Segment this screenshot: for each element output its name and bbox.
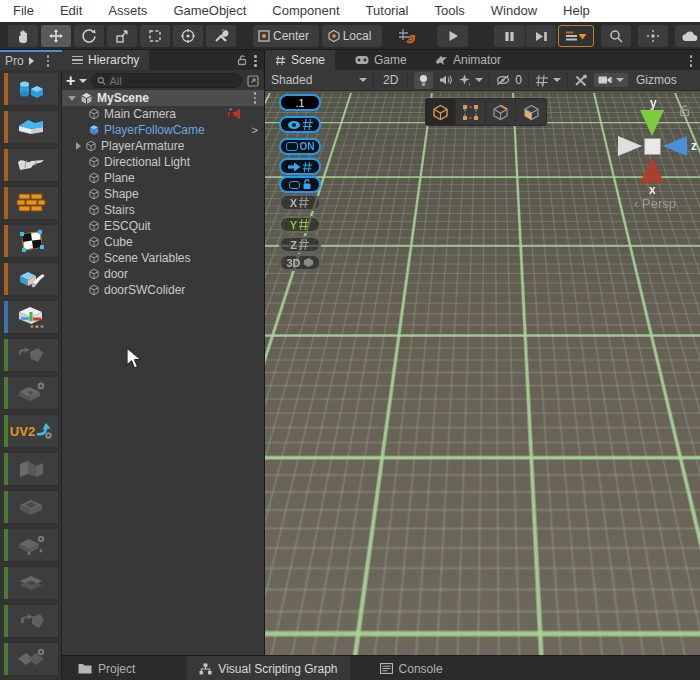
gizmo-lock-icon[interactable] [678,104,691,117]
probuilder-new-shape-button[interactable] [3,72,59,106]
camera-gizmo-icon[interactable] [227,108,242,120]
gizmo-center-cube[interactable] [644,138,661,155]
tab-game[interactable]: Game [345,50,417,70]
vertex-mode-button[interactable] [456,99,486,125]
progrids-snap-value-field[interactable]: .1 [279,94,321,111]
axis-z-cone[interactable] [663,136,687,156]
progrids-y-axis-button[interactable]: Y [279,216,321,233]
hierarchy-item-door[interactable]: door [62,266,264,282]
add-gameobject-button[interactable]: + [66,72,75,90]
progrids-lock-grid-button[interactable] [279,176,321,193]
tab-scene[interactable]: Scene [265,50,335,70]
tab-hierarchy[interactable]: Hierarchy [62,50,149,70]
probuilder-conform-normals-button-disabled[interactable] [3,490,59,524]
probuilder-triangulate-button-disabled[interactable] [3,452,59,486]
hierarchy-item-shape[interactable]: Shape [62,186,264,202]
probuilder-new-bezier-shape-button[interactable] [3,148,59,182]
search-button[interactable] [601,25,631,47]
probuilder-subdivide-object-button-disabled[interactable] [3,642,59,676]
grid-snap-button[interactable] [392,25,420,47]
probuilder-uv-editor-button[interactable] [3,224,59,258]
scene-menu-icon[interactable] [254,92,257,104]
tab-probuilder[interactable]: Pro [0,52,62,70]
pause-button[interactable] [494,25,525,47]
object-mode-button[interactable] [426,99,456,125]
scale-tool-button[interactable] [107,25,137,47]
panel-menu-icon[interactable] [47,55,50,67]
probuilder-probuilderize-button-disabled[interactable] [3,338,59,372]
prefab-open-icon[interactable]: > [252,124,258,136]
hierarchy-item-scene-variables[interactable]: Scene Variables [62,250,264,266]
pivot-toggle-button[interactable]: Center [253,25,319,47]
tab-console[interactable]: Console [368,656,455,680]
tab-visual-scripting-graph[interactable]: Visual Scripting Graph [187,656,349,680]
grid-visibility-dropdown[interactable]: Y [535,74,561,87]
custom-tool-button[interactable] [206,25,236,47]
undo-history-dropdown[interactable] [558,25,594,47]
progrids-follow-grid-button[interactable] [279,158,321,175]
hierarchy-menu-icon[interactable] [254,55,257,67]
projection-mode-label[interactable]: ‹ Persp [610,196,700,211]
progrids-3d-mode-button[interactable]: 3D [279,254,321,271]
axis-x-cone[interactable] [640,157,664,183]
rotate-tool-button[interactable] [74,25,104,47]
tab-overflow-icon[interactable] [29,57,34,65]
gizmos-dropdown[interactable]: Gizmos [636,73,677,87]
unlock-icon[interactable] [236,54,248,66]
menu-component[interactable]: Component [259,0,352,22]
probuilder-merge-objects-button-disabled[interactable] [3,566,59,600]
progrids-z-axis-button[interactable]: Z [279,236,321,253]
scene-panel-menu-icon[interactable] [690,55,693,67]
menu-file[interactable]: File [0,0,47,22]
probuilder-lightmap-uv2-button[interactable]: UV2 [3,414,59,448]
component-tools-button[interactable] [574,74,588,87]
hierarchy-item-cube[interactable]: Cube [62,234,264,250]
layer-visibility-button[interactable] [638,25,668,47]
hand-tool-button[interactable] [8,25,38,47]
probuilder-center-pivot-button-disabled[interactable] [3,528,59,562]
hierarchy-item-escquit[interactable]: ESCQuit [62,218,264,234]
menu-tools[interactable]: Tools [421,0,477,22]
move-tool-button[interactable] [41,25,71,47]
draw-mode-dropdown[interactable]: Shaded [271,73,367,87]
rect-tool-button[interactable] [140,25,170,47]
hierarchy-item-plane[interactable]: Plane [62,170,264,186]
progrids-toggle-grid-button[interactable] [279,116,321,133]
hierarchy-item-playerarmature[interactable]: PlayerArmature [62,138,264,154]
progrids-snap-enabled-toggle[interactable]: ON [279,138,321,155]
hierarchy-item-main-camera[interactable]: Main Camera [62,106,264,122]
menu-gameobject[interactable]: GameObject [160,0,259,22]
progrids-x-axis-button[interactable]: X [279,194,321,211]
hierarchy-item-directional-light[interactable]: Directional Light [62,154,264,170]
hierarchy-item-playerfollowcame[interactable]: PlayerFollowCame > [62,122,264,138]
expand-icon[interactable] [76,142,81,150]
axis-back-cone[interactable] [618,136,642,156]
menu-window[interactable]: Window [478,0,550,22]
scene-audio-button[interactable] [439,74,452,86]
probuilder-vertex-colors-button[interactable] [3,262,59,296]
scene-lighting-button[interactable] [414,72,433,89]
tab-animator[interactable]: Animator [425,50,511,70]
hierarchy-scene-row[interactable]: MyScene [62,90,264,106]
scene-effects-dropdown[interactable] [458,74,483,86]
add-dropdown-icon[interactable] [79,79,87,83]
axis-y-cone[interactable] [640,110,664,136]
probuilder-material-editor-button[interactable] [3,186,59,220]
menu-assets[interactable]: Assets [95,0,160,22]
hierarchy-item-doorswcolider[interactable]: doorSWColider [62,282,264,298]
play-button[interactable] [437,25,468,47]
orientation-toggle-button[interactable]: Local [322,25,382,47]
probuilder-flip-normals-button-disabled[interactable] [3,604,59,638]
hierarchy-item-stairs[interactable]: Stairs [62,202,264,218]
edge-mode-button[interactable] [486,99,516,125]
menu-edit[interactable]: Edit [47,0,95,22]
expand-icon[interactable] [68,96,76,101]
hierarchy-search-box[interactable] [91,73,242,88]
probuilder-new-poly-shape-button[interactable] [3,110,59,144]
pick-object-icon[interactable] [246,74,260,88]
cloud-services-button[interactable] [675,25,700,47]
menu-help[interactable]: Help [550,0,603,22]
probuilder-export-button-disabled[interactable] [3,376,59,410]
scene-visibility-button[interactable]: 0 [496,73,522,87]
transform-tool-button[interactable] [173,25,203,47]
